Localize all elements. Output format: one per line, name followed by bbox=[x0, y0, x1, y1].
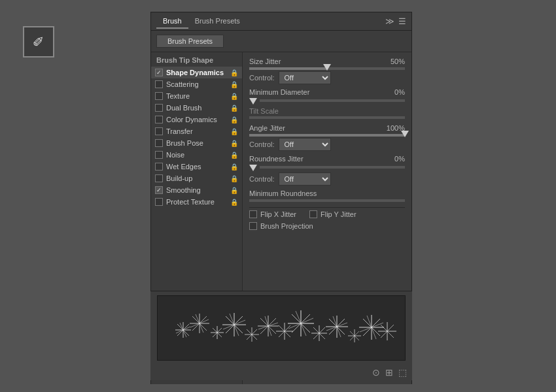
lock-icon-1: 🔒 bbox=[230, 81, 238, 88]
min-roundness-label: Minimum Roundness bbox=[249, 189, 405, 197]
expand-icon[interactable]: ≫ bbox=[385, 16, 394, 26]
label-color-dynamics: Color Dynamics bbox=[166, 116, 229, 123]
checkbox-smoothing[interactable]: ✓ bbox=[155, 186, 163, 194]
min-roundness-slider[interactable] bbox=[249, 199, 405, 202]
lock-icon-11: 🔒 bbox=[230, 199, 238, 206]
size-jitter-control-label: Control: bbox=[249, 74, 275, 82]
roundness-jitter-slider[interactable] bbox=[260, 166, 405, 169]
size-jitter-value: 50% bbox=[384, 57, 405, 65]
lock-icon-2: 🔒 bbox=[230, 93, 238, 100]
checkbox-protect-texture[interactable] bbox=[155, 198, 163, 206]
min-diameter-label: Minimum Diameter bbox=[249, 88, 384, 96]
brush-preview-svg bbox=[164, 299, 399, 357]
tab-brush-presets[interactable]: Brush Presets bbox=[188, 14, 247, 29]
roundness-control-row: Control: OffFadePen Pressure bbox=[249, 172, 405, 186]
brush-presets-button[interactable]: Brush Presets bbox=[156, 35, 224, 48]
tab-brush[interactable]: Brush bbox=[156, 14, 188, 29]
label-shape-dynamics: Shape Dynamics bbox=[166, 69, 229, 76]
roundness-jitter-label: Roundness Jitter bbox=[249, 155, 384, 163]
checkbox-dual-brush[interactable] bbox=[155, 104, 163, 112]
flip-x-row: Flip X Jitter bbox=[249, 210, 296, 218]
sidebar-item-build-up[interactable]: Build-up 🔒 bbox=[151, 172, 242, 184]
checkbox-build-up[interactable] bbox=[155, 174, 163, 182]
min-diameter-row: Minimum Diameter 0% bbox=[249, 88, 405, 96]
panel-header-icons: ≫ ☰ bbox=[385, 16, 406, 26]
angle-jitter-fill bbox=[249, 134, 405, 137]
label-brush-pose: Brush Pose bbox=[166, 139, 229, 147]
label-scattering: Scattering bbox=[166, 80, 229, 88]
angle-jitter-control-select[interactable]: OffFadePen Pressure bbox=[279, 138, 331, 151]
label-wet-edges: Wet Edges bbox=[166, 163, 229, 171]
checkbox-color-dynamics[interactable] bbox=[155, 116, 163, 123]
label-texture: Texture bbox=[166, 92, 229, 100]
panel-header: Brush Brush Presets ≫ ☰ bbox=[151, 12, 411, 31]
sidebar-item-brush-pose[interactable]: Brush Pose 🔒 bbox=[151, 137, 242, 149]
menu-icon[interactable]: ☰ bbox=[398, 16, 406, 26]
brush-projection-row: Brush Projection bbox=[249, 222, 405, 230]
size-jitter-control-row: Control: OffFadePen Pressure bbox=[249, 71, 405, 84]
size-jitter-label: Size Jitter bbox=[249, 57, 384, 65]
brush-projection-label: Brush Projection bbox=[260, 222, 313, 230]
checkbox-shape-dynamics[interactable]: ✓ bbox=[155, 69, 163, 76]
lock-icon-4: 🔒 bbox=[230, 116, 238, 123]
checkbox-wet-edges[interactable] bbox=[155, 163, 163, 171]
size-jitter-fill bbox=[249, 67, 327, 70]
angle-jitter-label: Angle Jitter bbox=[249, 124, 384, 132]
preview-cycle-icon[interactable]: ⊙ bbox=[372, 367, 380, 378]
tool-icon-container: ✏ bbox=[23, 26, 54, 57]
sidebar-item-shape-dynamics[interactable]: ✓ Shape Dynamics 🔒 bbox=[151, 67, 242, 78]
tilt-scale-label: Tilt Scale bbox=[249, 107, 405, 115]
checkbox-flip-y[interactable] bbox=[309, 210, 317, 218]
roundness-jitter-value: 0% bbox=[384, 155, 405, 163]
checkbox-transfer[interactable] bbox=[155, 127, 163, 135]
label-transfer: Transfer bbox=[166, 127, 229, 135]
sidebar-item-scattering[interactable]: Scattering 🔒 bbox=[151, 78, 242, 90]
sidebar-item-texture[interactable]: Texture 🔒 bbox=[151, 90, 242, 102]
checkbox-brush-projection[interactable] bbox=[249, 222, 257, 230]
roundness-control-select[interactable]: OffFadePen Pressure bbox=[279, 172, 331, 186]
preview-panel: ⊙ ⊞ ⬚ bbox=[150, 291, 412, 380]
label-build-up: Build-up bbox=[166, 174, 229, 182]
checkbox-scattering[interactable] bbox=[155, 80, 163, 88]
flip-y-row: Flip Y Jitter bbox=[309, 210, 356, 218]
label-dual-brush: Dual Brush bbox=[166, 104, 229, 112]
roundness-control-label: Control: bbox=[249, 175, 275, 183]
size-jitter-slider[interactable] bbox=[249, 67, 405, 70]
sidebar-section-title: Brush Tip Shape bbox=[151, 54, 242, 67]
size-jitter-thumb[interactable] bbox=[323, 64, 331, 71]
angle-jitter-thumb[interactable] bbox=[401, 131, 409, 137]
checkbox-noise[interactable] bbox=[155, 151, 163, 159]
angle-jitter-control-row: Control: OffFadePen Pressure bbox=[249, 138, 405, 151]
brush-tool-icon: ✏ bbox=[28, 31, 48, 52]
size-jitter-control-select[interactable]: OffFadePen Pressure bbox=[279, 71, 331, 84]
sidebar-item-dual-brush[interactable]: Dual Brush 🔒 bbox=[151, 102, 242, 114]
presets-row: Brush Presets bbox=[151, 31, 411, 52]
lock-icon-10: 🔒 bbox=[230, 187, 238, 194]
min-diameter-thumb[interactable] bbox=[249, 98, 257, 105]
angle-jitter-slider[interactable] bbox=[249, 134, 405, 137]
lock-icon-9: 🔒 bbox=[230, 175, 238, 182]
preview-toolbar: ⊙ ⊞ ⬚ bbox=[150, 365, 412, 380]
roundness-jitter-row: Roundness Jitter 0% bbox=[249, 155, 405, 163]
sidebar-item-protect-texture[interactable]: Protect Texture 🔒 bbox=[151, 196, 242, 208]
flip-y-label: Flip Y Jitter bbox=[321, 210, 356, 218]
sidebar-item-color-dynamics[interactable]: Color Dynamics 🔒 bbox=[151, 114, 242, 125]
label-noise: Noise bbox=[166, 151, 229, 159]
angle-jitter-control-label: Control: bbox=[249, 140, 275, 148]
lock-icon-6: 🔒 bbox=[230, 140, 238, 147]
min-diameter-value: 0% bbox=[384, 88, 405, 96]
checkbox-texture[interactable] bbox=[155, 92, 163, 100]
sidebar-item-smoothing[interactable]: ✓ Smoothing 🔒 bbox=[151, 184, 242, 196]
sidebar-item-noise[interactable]: Noise 🔒 bbox=[151, 149, 242, 161]
checkbox-brush-pose[interactable] bbox=[155, 139, 163, 147]
preview-grid-icon[interactable]: ⊞ bbox=[385, 367, 393, 378]
tilt-scale-slider[interactable] bbox=[249, 116, 405, 119]
preview-expand-icon[interactable]: ⬚ bbox=[398, 367, 407, 378]
lock-icon-5: 🔒 bbox=[230, 128, 238, 135]
checkbox-flip-x[interactable] bbox=[249, 210, 257, 218]
label-smoothing: Smoothing bbox=[166, 186, 229, 194]
roundness-jitter-thumb[interactable] bbox=[249, 165, 257, 171]
sidebar-item-wet-edges[interactable]: Wet Edges 🔒 bbox=[151, 161, 242, 172]
sidebar-item-transfer[interactable]: Transfer 🔒 bbox=[151, 125, 242, 137]
min-diameter-slider[interactable] bbox=[260, 99, 405, 102]
